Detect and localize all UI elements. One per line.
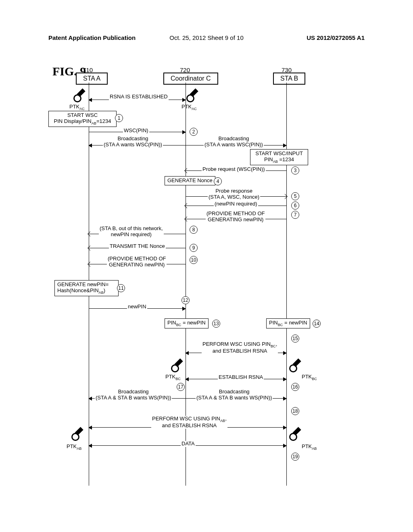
label-newpin-req: (newPIN required) (214, 201, 258, 207)
step-14: 14 (313, 320, 321, 328)
step-10: 10 (190, 256, 198, 264)
step-5: 5 (291, 192, 299, 200)
step-17: 17 (177, 383, 185, 391)
label-stab-out: (STA B, out of this network, newPIN requ… (99, 226, 164, 238)
page-header: Patent Application Publication Oct. 25, … (0, 34, 413, 41)
label-data: DATA (181, 441, 196, 447)
label-bcast-a: Broadcasting (STA A wants WSC(PIN)) (103, 136, 163, 148)
box-gen-newpin: GENERATE newPIN=Hash(Nonce&PINAB) (54, 280, 119, 296)
step-13: 13 (212, 320, 220, 328)
label-establish-rsna: ESTABLISH RSNA (218, 374, 264, 380)
step-7: 7 (291, 211, 299, 219)
step-1: 1 (115, 114, 123, 122)
step-9: 9 (190, 244, 198, 252)
label-perform-wsc-ab: PERFORM WSC USING PINAB,and ESTABLISH RS… (151, 416, 227, 429)
box-start-wsc-b: START WSC/INPUTPINAB =1234 (250, 149, 308, 165)
box-pin-bc-c: PINBC = newPIN (165, 318, 209, 328)
label-probe-resp: Probe response (STA A, WSC, Nonce) (208, 188, 260, 200)
key-icon (288, 359, 301, 373)
label-newpin: newPIN (127, 304, 147, 310)
step-2: 2 (190, 128, 198, 136)
key-ptk-ac-c: PTKAC (181, 104, 197, 111)
label-bcast-b: Broadcasting (STA A wants WSC(PIN)) (204, 136, 264, 148)
key-icon (186, 89, 198, 103)
label-wsc-pin: WSC(PIN) (123, 128, 149, 134)
step-8: 8 (190, 226, 198, 234)
key-icon (71, 427, 83, 442)
label-provide-method-2: (PROVIDE METHOD OF GENERATING newPIN) (107, 256, 167, 268)
header-center: Oct. 25, 2012 Sheet 9 of 10 (169, 34, 243, 41)
participant-sta-a: STA A (76, 73, 108, 85)
key-ptk-ab-a: PTKAB (67, 443, 81, 451)
label-provide-method: (PROVIDE METHOD OF GENERATING newPIN) (206, 211, 265, 223)
step-6: 6 (291, 202, 299, 210)
step-3: 3 (291, 166, 299, 175)
key-ptk-ab-b: PTKAB (302, 443, 317, 451)
step-18: 18 (291, 407, 299, 415)
step-19: 19 (291, 453, 299, 461)
step-16: 16 (291, 383, 299, 391)
participant-sta-b: STA B (273, 73, 305, 85)
step-15: 15 (291, 335, 299, 343)
participant-coordinator: Coordinator C (163, 73, 218, 85)
label-perform-wsc-bc: PERFORM WSC USING PINBC,and ESTABLISH RS… (202, 341, 278, 354)
header-left: Patent Application Publication (48, 34, 136, 41)
box-gen-nonce: GENERATE Nonce (165, 176, 215, 185)
key-icon (288, 427, 301, 442)
key-icon (73, 89, 86, 103)
key-ptk-ac-a: PTKAC (69, 104, 85, 111)
box-pin-bc-b: PINBC = newPIN (266, 318, 310, 328)
key-icon (170, 359, 183, 373)
label-bcast-ab-2: Broadcasting (STA A & STA B wants WS(PIN… (196, 389, 273, 401)
label-probe-req: Probe request (WSC(PIN)) (202, 166, 266, 172)
step-11: 11 (117, 284, 125, 292)
label-bcast-ab-1: Broadcasting (STA A & STA B wants WS(PIN… (95, 389, 172, 401)
sequence-diagram: 710 STA A 720 Coordinator C 730 STA B RS… (60, 66, 367, 490)
key-ptk-bc-b: PTKBC (302, 374, 317, 381)
label-rsna: RSNA IS ESTABLISHED (109, 94, 169, 100)
lifeline-b (286, 83, 287, 486)
label-transmit-nonce: TRANSMIT THE Nonce (109, 243, 166, 249)
header-right: US 2012/0272055 A1 (307, 34, 365, 41)
step-4: 4 (214, 177, 222, 185)
box-start-wsc-a: START WSCPIN Display/PINAB=1234 (48, 111, 117, 127)
key-ptk-bc-c: PTKBC (165, 374, 181, 381)
step-12: 12 (181, 296, 190, 304)
